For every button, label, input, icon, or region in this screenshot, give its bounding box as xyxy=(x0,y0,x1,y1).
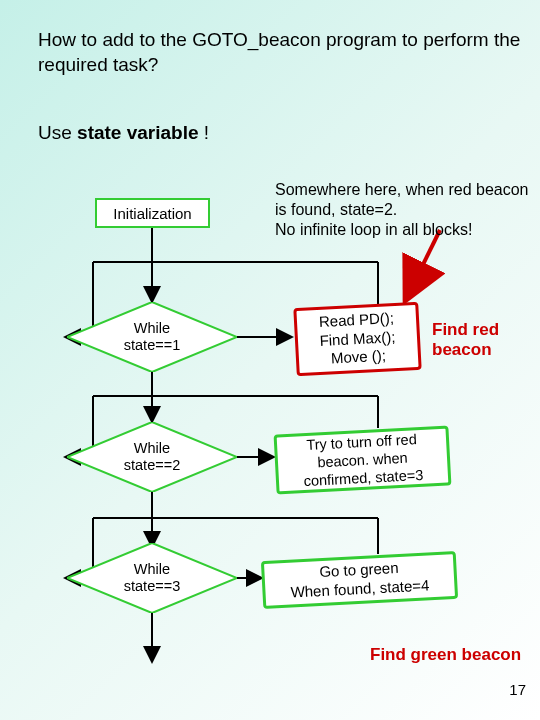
page-title: How to add to the GOTO_beacon program to… xyxy=(38,28,540,77)
proc3-text: Go to green When found, state=4 xyxy=(289,558,430,603)
diamond3-text: While state==3 xyxy=(124,561,180,596)
proc2-text: Try to turn off red beacon. when confirm… xyxy=(301,430,423,491)
diamond-state1: While state==1 xyxy=(67,302,237,372)
init-label: Initialization xyxy=(113,205,191,222)
proc-go-green: Go to green When found, state=4 xyxy=(261,551,458,609)
annotation-text: Somewhere here, when red beacon is found… xyxy=(275,180,540,240)
init-box: Initialization xyxy=(95,198,210,228)
diamond2-text: While state==2 xyxy=(124,440,180,475)
subtitle: Use state variable ! xyxy=(38,122,209,144)
diamond-state2: While state==2 xyxy=(67,422,237,492)
label-find-red: Find red beacon xyxy=(432,320,540,361)
page-number: 17 xyxy=(509,681,526,698)
diamond-state3: While state==3 xyxy=(67,543,237,613)
subtitle-bold: state variable xyxy=(77,122,198,143)
subtitle-pre: Use xyxy=(38,122,77,143)
subtitle-post: ! xyxy=(199,122,210,143)
label-find-green: Find green beacon xyxy=(370,645,521,665)
diamond1-text: While state==1 xyxy=(124,320,180,355)
proc-turn-off: Try to turn off red beacon. when confirm… xyxy=(274,425,452,494)
proc1-text: Read PD(); Find Max(); Move (); xyxy=(318,309,397,369)
proc-read-pd: Read PD(); Find Max(); Move (); xyxy=(293,302,421,376)
